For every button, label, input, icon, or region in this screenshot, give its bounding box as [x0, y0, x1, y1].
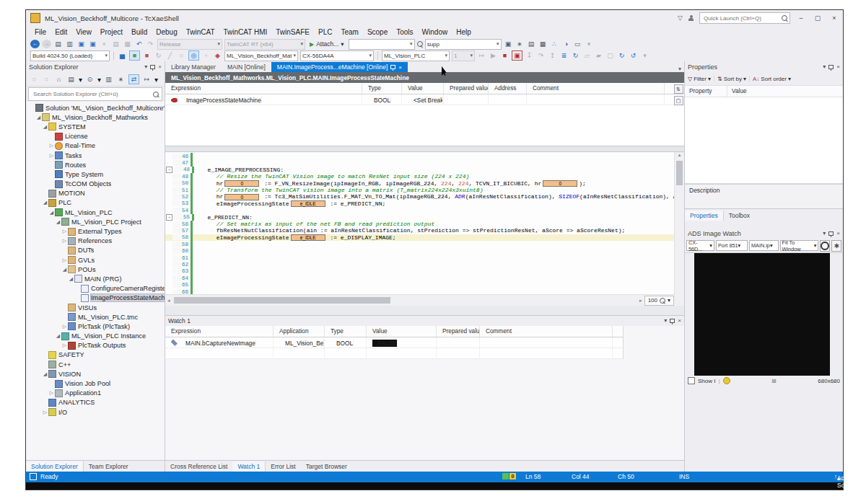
se-home-icon[interactable]: ⌂ [54, 75, 64, 84]
code-line-65[interactable]: 65 [165, 281, 684, 288]
code-line-58[interactable]: 58 eImageProcessingStatee_IDLE := e_DISP… [165, 234, 684, 241]
sign-in-icon[interactable] [688, 15, 694, 22]
fold-toggle-icon[interactable]: - [166, 214, 172, 221]
build-all-icon[interactable]: ▰ [594, 51, 603, 60]
tree-item-license[interactable]: License [26, 132, 165, 141]
class-view-icon[interactable]: ◑ [561, 40, 571, 48]
tab-target-browser[interactable]: Target Browser [301, 461, 352, 472]
collapsed-arrow-icon[interactable]: ▷ [61, 257, 68, 263]
watch-row-empty[interactable] [165, 348, 623, 359]
toolbar-overflow-icon[interactable]: ▾ [640, 51, 650, 60]
inline-value-box[interactable]: e_IDLE [291, 200, 325, 207]
sort-order-button[interactable]: A↓ Sort order ▾ [753, 76, 794, 82]
code-line-64[interactable]: 64 [165, 275, 684, 281]
watch-row[interactable]: MAIN.bCaptureNewImageML_Vision_Beckhoff.… [165, 337, 623, 348]
inline-value-box[interactable]: 0 [224, 180, 259, 187]
tree-item-ml-vision-plc-tmc[interactable]: ML_Vision_PLC.tmc [26, 312, 165, 322]
tree-item-i-o[interactable]: ▷I/O [26, 407, 165, 417]
code-line-59[interactable]: 59 [165, 241, 684, 247]
error-list-icon[interactable]: ▅ [118, 51, 127, 60]
code-line-55[interactable]: -55 e_PREDICT_NN: [165, 214, 684, 221]
code-line-61[interactable]: 61 [165, 255, 684, 261]
collapsed-arrow-icon[interactable]: ▷ [61, 238, 68, 244]
menu-twincat[interactable]: TwinCAT [182, 27, 219, 37]
tree-item-application1[interactable]: ▷Application1 [26, 389, 165, 398]
menu-scope[interactable]: Scope [363, 27, 392, 37]
window-position-icon[interactable]: ▾ [144, 64, 147, 70]
image-watch-red-icon[interactable]: ■ [142, 51, 152, 60]
code-line-63[interactable]: 63 [165, 268, 684, 275]
tree-item-vision-job-pool[interactable]: Vision Job Pool [26, 379, 165, 388]
collapsed-arrow-icon[interactable]: ▷ [61, 342, 68, 348]
code-line-57[interactable]: 57 fbResNetNutClassification(ain := aInR… [165, 227, 684, 234]
tree-item-gvls[interactable]: ▷GVLs [26, 255, 165, 265]
se-back-icon[interactable]: ○ [30, 75, 39, 84]
build-icon[interactable]: ▱ [582, 51, 592, 60]
free-run-icon[interactable]: ○ [177, 51, 186, 60]
se-copy-icon[interactable]: ▥ [104, 75, 113, 84]
code-line-48[interactable]: -48 e_IMAGE_PREPROCESSING: [165, 167, 684, 173]
tree-item-analytics[interactable]: ANALYTICS [26, 398, 165, 407]
settings-gear-button[interactable]: ∗ [831, 240, 841, 252]
tab-watch-1[interactable]: Watch 1 [232, 461, 266, 472]
close-icon[interactable]: × [158, 64, 162, 70]
toolbar-overflow-icon[interactable]: ▾ [585, 40, 594, 48]
search-combo[interactable]: supp▾ [425, 39, 502, 50]
se-sync-icon[interactable]: ⇄ [128, 74, 139, 84]
breakpoints-icon[interactable]: ≣ [559, 51, 569, 60]
notifications-filter-icon[interactable]: ▽ [678, 14, 683, 22]
menu-team[interactable]: Team [336, 27, 362, 37]
expanded-arrow-icon[interactable]: ◢ [48, 210, 55, 216]
menu-plc[interactable]: PLC [314, 27, 336, 37]
fold-toggle-icon[interactable]: - [166, 167, 172, 173]
close-button[interactable]: × [828, 14, 840, 22]
tree-item-tasks[interactable]: ▷Tasks [26, 151, 165, 160]
tab-list-chevron-icon[interactable]: ▾ [678, 66, 684, 72]
quick-launch-box[interactable] [699, 12, 790, 24]
ads-combo-fit-to-window[interactable]: Fit To Window▾ [780, 240, 819, 251]
show-info-checkbox[interactable] [688, 377, 695, 384]
expanded-arrow-icon[interactable]: ◢ [61, 267, 68, 273]
smiley-icon[interactable] [723, 377, 730, 384]
expanded-arrow-icon[interactable]: ◢ [68, 276, 74, 282]
step-out-icon[interactable]: ↥ [548, 51, 557, 60]
project-combo[interactable]: ML_Vision_Beckhoff_Mat▾ [224, 50, 298, 61]
code-line-51[interactable]: 51 // Transform the TwinCAT vision image… [165, 187, 684, 193]
inline-value-box[interactable]: e_IDLE [291, 234, 325, 241]
minimize-button[interactable]: – [795, 14, 807, 22]
menu-help[interactable]: Help [452, 27, 476, 37]
tree-item-plc[interactable]: ◢PLC [26, 198, 165, 208]
build-version-combo[interactable]: Build 4024.50 (Loaded)▾ [30, 50, 110, 61]
profile-combo[interactable]: ▾ [349, 39, 415, 50]
tree-item-ml-vision-plc-project[interactable]: ◢ML_Vision_PLC Project [26, 217, 165, 226]
ads-combo-main-ip[interactable]: MAIN.ip▾ [749, 240, 779, 251]
tree-item-pous[interactable]: ◢POUs [26, 265, 165, 274]
window-position-icon[interactable]: ▾ [823, 231, 826, 236]
code-line-62[interactable]: 62 [165, 261, 684, 268]
collapsed-arrow-icon[interactable]: ▷ [61, 229, 68, 234]
chevron-down-icon[interactable]: ▾ [668, 297, 670, 304]
view-toggle-icon[interactable]: ▢ [674, 96, 683, 105]
close-icon[interactable]: × [836, 231, 840, 236]
tree-item-ml-vision-plc-instance[interactable]: ◢ML_Vision_PLC Instance [26, 332, 165, 341]
pin-icon[interactable] [670, 319, 675, 323]
tree-item-plctask-outputs[interactable]: ▷PlcTask Outputs [26, 341, 165, 350]
expanded-arrow-icon[interactable]: ◢ [55, 219, 61, 225]
image-watch-green-icon[interactable]: ■ [129, 50, 140, 61]
se-properties-icon[interactable]: ∗ [116, 75, 126, 84]
se-pending-changes-icon[interactable]: ⊙ [85, 75, 95, 84]
code-line-54[interactable]: 54 [165, 207, 684, 213]
redo-icon[interactable]: ↷ [146, 40, 155, 48]
menu-build[interactable]: Build [127, 27, 152, 37]
tree-item-vision[interactable]: ◢VISION [26, 369, 165, 379]
expanded-arrow-icon[interactable]: ◢ [55, 333, 61, 339]
tree-item-motion[interactable]: MOTION [26, 189, 165, 198]
ads-combo-cx-56d[interactable]: CX-56D...▾ [686, 240, 714, 251]
cut-icon[interactable]: × [100, 40, 109, 48]
collapsed-arrow-icon[interactable]: ▷ [42, 410, 48, 415]
pin-icon[interactable] [828, 65, 834, 69]
add-to-source-control-button[interactable]: ↑ Add to Source Control ▴ [834, 473, 837, 480]
tree-item-configurecameraregisters[interactable]: ConfigureCameraRegisters [26, 284, 165, 293]
restart-icon[interactable]: ↻ [571, 51, 580, 60]
tree-item-ml-vision-beckhoff-mathworks[interactable]: ◢ML_Vision_Beckhoff_Mathworks [26, 112, 165, 122]
